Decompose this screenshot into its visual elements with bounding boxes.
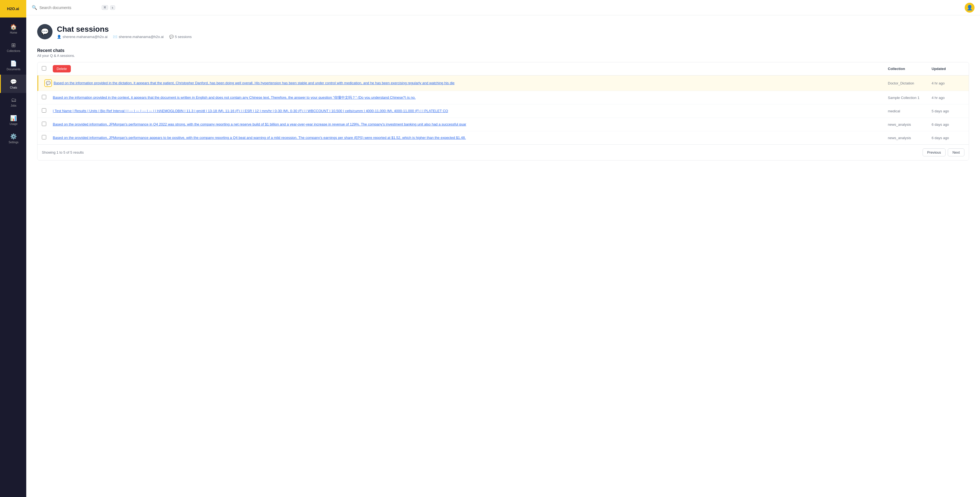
- kbd-k: k: [110, 5, 115, 10]
- user-avatar[interactable]: 👤: [965, 3, 975, 13]
- user-icon-small: 👤: [57, 35, 61, 39]
- chat-text-2[interactable]: | Test Name | Results | Units | Bio Ref …: [53, 108, 888, 114]
- table-row: Based on the provided information, JPMor…: [37, 118, 969, 131]
- sidebar-label-settings: Settings: [8, 141, 18, 144]
- sessions-meta: 💬 5 sessions: [169, 35, 192, 39]
- chat-table: Delete Collection Updated 💬 Based on the…: [37, 62, 969, 160]
- row-checkbox-2[interactable]: [42, 108, 46, 113]
- updated-header: Updated: [932, 67, 964, 71]
- kbd-cmd: ⌘: [102, 5, 108, 10]
- page-title-block: Chat sessions 👤 sherene.mahanama@h2o.ai …: [57, 25, 192, 39]
- content: 💬 Chat sessions 👤 sherene.mahanama@h2o.a…: [26, 15, 980, 497]
- chat-text-0[interactable]: Based on the information provided in the…: [54, 80, 888, 86]
- page-meta: 👤 sherene.mahanama@h2o.ai ✉️ sherene.mah…: [57, 35, 192, 39]
- updated-cell-4: 6 days ago: [932, 136, 964, 140]
- recent-chats-section: Recent chats All your Q & A sessions. De…: [37, 48, 969, 160]
- row-check-cell-0: 💬: [43, 79, 54, 87]
- chat-text-cell-3: Based on the provided information, JPMor…: [53, 122, 888, 127]
- sidebar-label-collections: Collections: [7, 49, 20, 52]
- table-row: 💬 Based on the information provided in t…: [37, 75, 969, 91]
- section-subtitle: All your Q & A sessions.: [37, 54, 969, 58]
- sidebar-item-home[interactable]: 🏠 Home: [0, 20, 26, 38]
- topbar: 🔍 ⌘ k 👤: [26, 0, 980, 15]
- pagination-buttons: Previous Next: [923, 148, 964, 156]
- chat-text-cell-1: Based on the information provided in the…: [53, 95, 888, 100]
- row-check-cell-3: [42, 122, 53, 127]
- row-check-cell-1: [42, 95, 53, 100]
- sidebar-label-home: Home: [10, 31, 17, 34]
- collection-cell-4: news_analysis: [888, 136, 932, 140]
- sidebar-label-usage: Usage: [10, 122, 18, 125]
- mail-icon: ✉️: [113, 35, 117, 39]
- table-row: Based on the information provided in the…: [37, 91, 969, 105]
- chat-rows: 💬 Based on the information provided in t…: [37, 75, 969, 144]
- sidebar-item-chats[interactable]: 💬 Chats: [0, 75, 26, 93]
- header-checkbox-cell: [42, 66, 53, 71]
- updated-cell-0: 4 hr ago: [932, 81, 964, 85]
- row-checkbox-3[interactable]: [42, 122, 46, 126]
- chats-icon: 💬: [10, 78, 17, 85]
- chat-text-cell-0: Based on the information provided in the…: [54, 80, 888, 86]
- user-email: sherene.mahanama@h2o.ai: [63, 35, 107, 39]
- table-row: | Test Name | Results | Units | Bio Ref …: [37, 105, 969, 118]
- email-meta: ✉️ sherene.mahanama@h2o.ai: [113, 35, 164, 39]
- sidebar-item-jobs[interactable]: 🗂 Jobs: [0, 93, 26, 111]
- page-title: Chat sessions: [57, 25, 192, 33]
- collection-cell-0: Doctor_Dictation: [888, 81, 932, 85]
- collection-cell-1: Sample Collection 1: [888, 96, 932, 100]
- row-check-cell-4: [42, 135, 53, 141]
- collection-header: Collection: [888, 67, 932, 71]
- user-mail: sherene.mahanama@h2o.ai: [119, 35, 164, 39]
- settings-icon: ⚙️: [10, 133, 17, 140]
- select-all-checkbox[interactable]: [42, 66, 46, 70]
- collection-cell-3: news_analysis: [888, 122, 932, 127]
- collections-icon: ⊞: [11, 42, 16, 48]
- delete-btn-cell: Delete: [53, 65, 888, 73]
- sidebar-item-usage[interactable]: 📊 Usage: [0, 111, 26, 129]
- main-container: 🔍 ⌘ k 👤 💬 Chat sessions 👤 sherene.mahana…: [26, 0, 980, 497]
- sidebar-label-documents: Documents: [6, 68, 21, 71]
- collection-cell-2: medical: [888, 109, 932, 113]
- sidebar-item-documents[interactable]: 📄 Documents: [0, 56, 26, 75]
- pagination-bar: Showing 1 to 5 of 5 results Previous Nex…: [37, 144, 969, 160]
- search-area: 🔍 ⌘ k: [32, 5, 965, 10]
- table-row: Based on the provided information, JPMor…: [37, 131, 969, 144]
- next-button[interactable]: Next: [948, 148, 964, 156]
- previous-button[interactable]: Previous: [923, 148, 946, 156]
- chat-text-1[interactable]: Based on the information provided in the…: [53, 95, 888, 100]
- chat-text-cell-2: | Test Name | Results | Units | Bio Ref …: [53, 108, 888, 114]
- sidebar-item-collections[interactable]: ⊞ Collections: [0, 38, 26, 56]
- chat-text-3[interactable]: Based on the provided information, JPMor…: [53, 122, 888, 127]
- chat-text-cell-4: Based on the provided information, JPMor…: [53, 135, 888, 141]
- delete-button[interactable]: Delete: [53, 65, 71, 73]
- sidebar-label-jobs: Jobs: [11, 104, 16, 107]
- chat-row-icon: 💬: [44, 79, 52, 87]
- sidebar: H2O.ai 🏠 Home⊞ Collections📄 Documents💬 C…: [0, 0, 26, 497]
- row-check-cell-2: [42, 108, 53, 114]
- updated-cell-2: 5 days ago: [932, 109, 964, 113]
- chat-text-4[interactable]: Based on the provided information, JPMor…: [53, 135, 888, 141]
- usage-icon: 📊: [10, 115, 17, 121]
- updated-cell-3: 6 days ago: [932, 122, 964, 127]
- chat-icon-meta: 💬: [169, 35, 173, 39]
- search-input[interactable]: [40, 5, 100, 10]
- sessions-count: 5 sessions: [175, 35, 192, 39]
- app-logo[interactable]: H2O.ai: [0, 0, 26, 17]
- chat-icon-cell: 💬: [43, 79, 54, 87]
- documents-icon: 📄: [10, 60, 17, 67]
- logo-text: H2O.ai: [7, 6, 19, 11]
- updated-cell-1: 4 hr ago: [932, 96, 964, 100]
- table-header: Delete Collection Updated: [37, 62, 969, 75]
- jobs-icon: 🗂: [11, 97, 16, 103]
- page-header: 💬 Chat sessions 👤 sherene.mahanama@h2o.a…: [37, 24, 969, 40]
- row-checkbox-4[interactable]: [42, 135, 46, 140]
- pagination-info: Showing 1 to 5 of 5 results: [42, 150, 84, 154]
- sidebar-label-chats: Chats: [10, 86, 17, 89]
- sidebar-item-settings[interactable]: ⚙️ Settings: [0, 129, 26, 148]
- sidebar-nav: 🏠 Home⊞ Collections📄 Documents💬 Chats🗂 J…: [0, 17, 26, 148]
- user-icon: 👤: [967, 5, 973, 11]
- row-checkbox-1[interactable]: [42, 95, 46, 99]
- chat-sessions-icon: 💬: [37, 24, 52, 40]
- section-title: Recent chats: [37, 48, 969, 53]
- user-meta: 👤 sherene.mahanama@h2o.ai: [57, 35, 107, 39]
